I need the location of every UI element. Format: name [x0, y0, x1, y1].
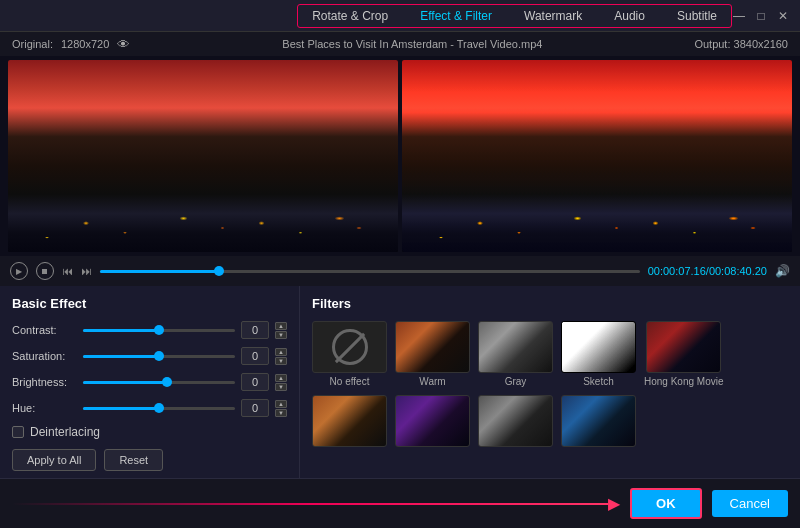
hue-label: Hue: [12, 402, 77, 414]
filter-r4[interactable] [478, 395, 553, 450]
contrast-row: Contrast: 0 ▲ ▼ [12, 321, 287, 339]
effect-buttons: Apply to All Reset [12, 449, 287, 471]
hue-slider[interactable] [83, 407, 235, 410]
brightness-down[interactable]: ▼ [275, 383, 287, 391]
window-controls: — □ ✕ [732, 9, 790, 23]
tab-subtitle[interactable]: Subtitle [671, 7, 723, 25]
hue-row: Hue: 0 ▲ ▼ [12, 399, 287, 417]
contrast-up[interactable]: ▲ [275, 322, 287, 330]
filter-no-effect-label: No effect [330, 376, 370, 387]
filter-sketch[interactable]: Sketch [561, 321, 636, 387]
contrast-spinner: ▲ ▼ [275, 322, 287, 339]
playback-bar: ▶ ⏹ ⏮ ⏭ 00:00:07.16/00:08:40.20 🔊 [0, 256, 800, 286]
brightness-spinner: ▲ ▼ [275, 374, 287, 391]
time-display: 00:00:07.16/00:08:40.20 [648, 265, 767, 277]
brightness-up[interactable]: ▲ [275, 374, 287, 382]
filter-warm-label: Warm [419, 376, 445, 387]
saturation-value: 0 [241, 347, 269, 365]
deinterlacing-label: Deinterlacing [30, 425, 100, 439]
saturation-up[interactable]: ▲ [275, 348, 287, 356]
tab-rotate-crop[interactable]: Rotate & Crop [306, 7, 394, 25]
contrast-label: Contrast: [12, 324, 77, 336]
maximize-button[interactable]: □ [754, 9, 768, 23]
next-frame-button[interactable]: ⏭ [81, 265, 92, 277]
stop-button[interactable]: ⏹ [36, 262, 54, 280]
brightness-slider[interactable] [83, 381, 235, 384]
filters-title: Filters [312, 296, 788, 311]
apply-to-all-button[interactable]: Apply to All [12, 449, 96, 471]
saturation-spinner: ▲ ▼ [275, 348, 287, 365]
saturation-label: Saturation: [12, 350, 77, 362]
contrast-down[interactable]: ▼ [275, 331, 287, 339]
hue-spinner: ▲ ▼ [275, 400, 287, 417]
filter-gray-label: Gray [505, 376, 527, 387]
prev-frame-button[interactable]: ⏮ [62, 265, 73, 277]
filter-sketch-label: Sketch [583, 376, 614, 387]
tab-effect-filter[interactable]: Effect & Filter [414, 7, 498, 25]
eye-icon[interactable]: 👁 [117, 37, 130, 52]
filters-panel: Filters No effect Warm Gray [300, 286, 800, 478]
reset-button[interactable]: Reset [104, 449, 163, 471]
play-button[interactable]: ▶ [10, 262, 28, 280]
filter-gray[interactable]: Gray [478, 321, 553, 387]
tab-watermark[interactable]: Watermark [518, 7, 588, 25]
filter-hk-label: Hong Kong Movie [644, 376, 724, 387]
deinterlacing-checkbox[interactable] [12, 426, 24, 438]
deinterlacing-row: Deinterlacing [12, 425, 287, 439]
filter-r2[interactable] [312, 395, 387, 450]
original-label: Original: [12, 38, 53, 50]
filename: Best Places to Visit In Amsterdam - Trav… [282, 38, 542, 50]
brightness-value: 0 [241, 373, 269, 391]
contrast-value: 0 [241, 321, 269, 339]
cancel-button[interactable]: Cancel [712, 490, 788, 517]
filter-hong-kong[interactable]: Hong Kong Movie [644, 321, 724, 387]
bottom-bar: ▶ OK Cancel [0, 478, 800, 528]
hue-down[interactable]: ▼ [275, 409, 287, 417]
preview-right [402, 60, 792, 252]
volume-icon[interactable]: 🔊 [775, 264, 790, 278]
arrow-head-icon: ▶ [608, 494, 620, 513]
minimize-button[interactable]: — [732, 9, 746, 23]
main-content: Basic Effect Contrast: 0 ▲ ▼ Saturation:… [0, 286, 800, 478]
info-bar: Original: 1280x720 👁 Best Places to Visi… [0, 32, 800, 56]
preview-left [8, 60, 398, 252]
ok-button[interactable]: OK [630, 488, 702, 519]
saturation-down[interactable]: ▼ [275, 357, 287, 365]
filter-r3[interactable] [395, 395, 470, 450]
original-size: 1280x720 [61, 38, 109, 50]
basic-effect-title: Basic Effect [12, 296, 287, 311]
tab-audio[interactable]: Audio [608, 7, 651, 25]
saturation-slider[interactable] [83, 355, 235, 358]
brightness-label: Brightness: [12, 376, 77, 388]
top-bar: Rotate & Crop Effect & Filter Watermark … [0, 0, 800, 32]
basic-effect-panel: Basic Effect Contrast: 0 ▲ ▼ Saturation:… [0, 286, 300, 478]
saturation-row: Saturation: 0 ▲ ▼ [12, 347, 287, 365]
hue-value: 0 [241, 399, 269, 417]
arrow-decoration: ▶ [12, 494, 620, 513]
filter-no-effect[interactable]: No effect [312, 321, 387, 387]
close-button[interactable]: ✕ [776, 9, 790, 23]
output-size: Output: 3840x2160 [694, 38, 788, 50]
tab-bar: Rotate & Crop Effect & Filter Watermark … [297, 4, 732, 28]
brightness-row: Brightness: 0 ▲ ▼ [12, 373, 287, 391]
progress-bar[interactable] [100, 270, 640, 273]
preview-area [0, 56, 800, 256]
filter-warm[interactable]: Warm [395, 321, 470, 387]
hue-up[interactable]: ▲ [275, 400, 287, 408]
contrast-slider[interactable] [83, 329, 235, 332]
filter-r5[interactable] [561, 395, 636, 450]
filters-grid: No effect Warm Gray Sketch Hong Kong Mov… [312, 321, 788, 450]
